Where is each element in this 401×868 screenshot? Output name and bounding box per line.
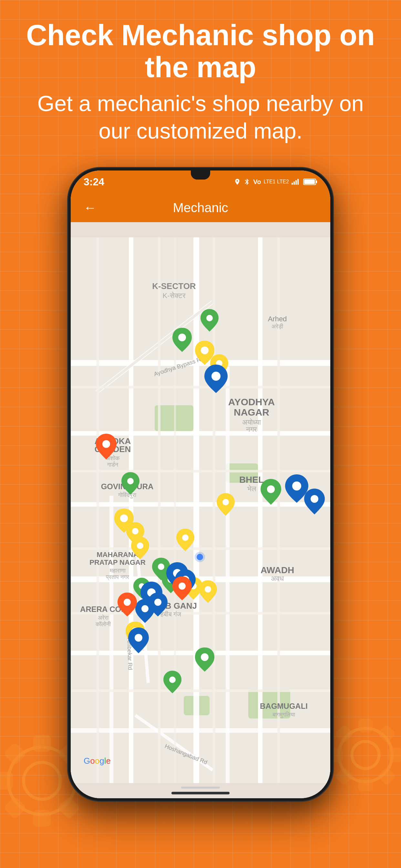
svg-rect-16	[337, 726, 352, 741]
svg-point-93	[206, 315, 213, 321]
svg-text:K-SECTOR: K-SECTOR	[152, 281, 196, 291]
svg-text:अरेड़ी: अरेड़ी	[272, 323, 283, 330]
svg-text:प्रताप नगर: प्रताप नगर	[105, 574, 129, 581]
svg-point-94	[127, 478, 134, 485]
svg-point-119	[135, 634, 143, 642]
svg-text:कॉलोनी: कॉलोनी	[95, 621, 111, 627]
svg-text:बागमुगलिया: बागमुगलिया	[272, 711, 296, 718]
svg-rect-21	[294, 182, 295, 185]
status-time: 3:24	[84, 176, 104, 188]
svg-rect-12	[360, 720, 371, 731]
svg-point-101	[201, 346, 209, 354]
svg-point-117	[154, 599, 161, 606]
svg-rect-48	[71, 386, 330, 389]
svg-point-95	[267, 485, 275, 493]
svg-rect-57	[174, 237, 176, 783]
status-icons: Vo LTE1 LTE2	[234, 178, 317, 186]
svg-rect-22	[296, 180, 297, 185]
svg-rect-42	[110, 496, 113, 783]
notch	[191, 170, 210, 180]
app-title: Mechanic	[173, 200, 228, 215]
svg-rect-49	[71, 470, 330, 472]
main-title: Check Mechanic shop on the map	[19, 20, 382, 83]
svg-rect-9	[59, 798, 79, 817]
svg-rect-18	[337, 769, 352, 784]
signal-text: Vo	[253, 178, 261, 186]
svg-text:BAGMUGALI: BAGMUGALI	[260, 702, 308, 710]
svg-rect-6	[5, 744, 25, 764]
location-icon	[234, 178, 241, 185]
scroll-indicator	[181, 786, 220, 788]
svg-rect-50	[71, 547, 330, 550]
svg-point-1	[24, 763, 60, 799]
bluetooth-icon	[243, 178, 251, 185]
svg-point-10	[339, 728, 392, 782]
svg-point-112	[292, 482, 301, 491]
svg-text:Arhed: Arhed	[268, 315, 287, 323]
svg-rect-40	[193, 237, 199, 783]
svg-rect-19	[379, 769, 395, 784]
svg-text:AWADH: AWADH	[260, 565, 294, 575]
svg-point-91	[195, 552, 205, 562]
svg-text:AYODHYA: AYODHYA	[228, 397, 275, 407]
sub-title: Get a mechanic's shop nearby on our cust…	[19, 90, 382, 145]
svg-rect-25	[316, 181, 317, 183]
svg-text:BHEL: BHEL	[239, 475, 264, 485]
svg-point-107	[182, 534, 189, 541]
map-view[interactable]: K-SECTOR K-सेक्टर Arhed अरेड़ी AYODHYA N…	[71, 222, 330, 798]
svg-point-122	[124, 599, 131, 606]
app-header: ← Mechanic	[71, 193, 330, 222]
phone-mockup: 3:24 Vo LTE1 LTE2	[68, 168, 333, 801]
svg-rect-56	[96, 237, 99, 783]
status-bar: 3:24 Vo LTE1 LTE2	[71, 170, 330, 193]
svg-text:भेल: भेल	[247, 485, 256, 493]
svg-rect-2	[35, 737, 50, 750]
svg-point-105	[137, 542, 143, 549]
svg-point-103	[120, 515, 128, 522]
header-section: Check Mechanic shop on the map Get a mec…	[0, 20, 401, 145]
svg-text:MAHARANA: MAHARANA	[96, 551, 138, 559]
svg-point-11	[352, 741, 379, 769]
back-button[interactable]: ←	[84, 200, 96, 215]
svg-text:हबीब गंज: हबीब गंज	[160, 611, 182, 618]
svg-point-121	[179, 583, 186, 590]
phone-screen: 3:24 Vo LTE1 LTE2	[71, 170, 330, 798]
svg-text:अरेरा: अरेरा	[98, 614, 109, 621]
svg-rect-17	[379, 726, 395, 741]
svg-rect-15	[390, 749, 400, 761]
svg-point-96	[158, 563, 164, 570]
svg-point-120	[102, 440, 110, 448]
home-indicator	[172, 792, 229, 795]
svg-rect-53	[158, 237, 160, 783]
svg-rect-41	[258, 237, 263, 783]
map-svg: K-SECTOR K-सेक्टर Arhed अरेड़ी AYODHYA N…	[71, 222, 330, 798]
svg-text:अवध: अवध	[271, 575, 284, 583]
svg-text:PRATAP NAGAR: PRATAP NAGAR	[89, 558, 146, 566]
svg-point-113	[311, 495, 318, 503]
svg-point-106	[222, 499, 229, 505]
svg-point-109	[205, 586, 211, 593]
svg-rect-43	[226, 367, 229, 783]
signal-bars-icon	[291, 179, 301, 185]
svg-point-100	[169, 677, 176, 683]
svg-point-92	[178, 334, 186, 341]
lte-text: LTE1 LTE2	[264, 179, 289, 185]
svg-text:K-सेक्टर: K-सेक्टर	[163, 291, 186, 300]
svg-rect-4	[0, 773, 11, 788]
svg-rect-52	[71, 689, 330, 692]
svg-text:NAGAR: NAGAR	[234, 407, 269, 417]
phone-shell: 3:24 Vo LTE1 LTE2	[68, 168, 333, 801]
svg-point-0	[8, 747, 76, 815]
battery-icon	[303, 178, 317, 185]
google-logo: Google	[84, 756, 111, 766]
svg-point-104	[132, 528, 138, 534]
svg-text:महाराणा: महाराणा	[110, 567, 126, 574]
svg-point-99	[201, 653, 209, 661]
svg-rect-13	[360, 779, 371, 790]
svg-rect-20	[291, 183, 293, 185]
svg-text:गार्डन: गार्डन	[107, 461, 119, 468]
svg-rect-23	[297, 179, 299, 185]
svg-text:गोविंदपुरा: गोविंदपुरा	[118, 492, 136, 499]
svg-rect-3	[35, 811, 50, 825]
svg-rect-8	[5, 798, 25, 817]
